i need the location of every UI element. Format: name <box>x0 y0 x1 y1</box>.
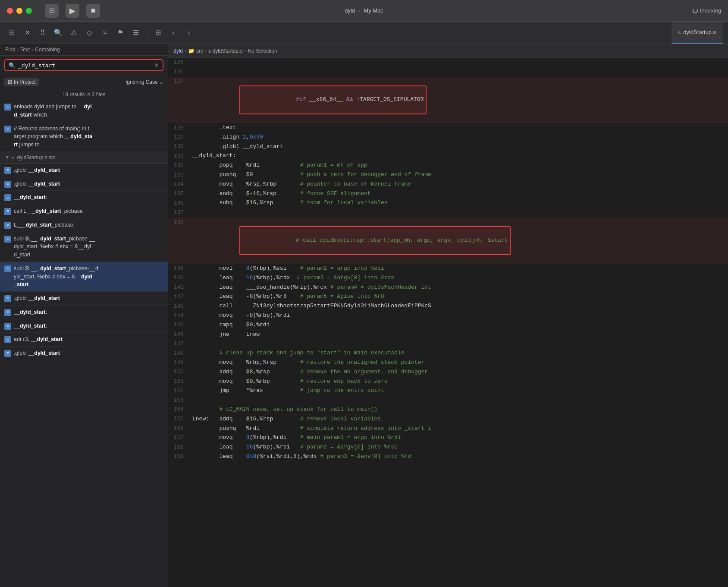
result-icon: ≡ <box>4 323 11 330</box>
clear-search-button[interactable]: ✕ <box>154 62 159 69</box>
list-item[interactable]: ≡ .globl __dyld_start <box>0 347 168 360</box>
stop-button[interactable]: ■ <box>86 4 100 18</box>
result-icon: ≡ <box>4 295 11 302</box>
minimize-button[interactable] <box>16 8 22 14</box>
list-item[interactable]: ≡ .globl __dyld_start <box>0 177 168 191</box>
case-button[interactable]: Ignoring Case ⌄ <box>126 79 163 85</box>
table-row: 132 popq %rdi # param1 = mh of app <box>168 161 728 170</box>
fullscreen-button[interactable] <box>26 8 32 14</box>
scheme-label: dyld <box>345 7 355 14</box>
grid-view-button[interactable]: ⊞ <box>151 26 164 39</box>
search-box: 🔍 ✕ <box>0 56 168 75</box>
list-item[interactable]: ≡ __dyld_start: <box>0 306 168 319</box>
table-row: 151 movq $0,%rbp # restore ebp back to z… <box>168 377 728 386</box>
table-row: 129 .align 2,0x90 <box>168 133 728 142</box>
destination-label: My Mac <box>364 7 383 14</box>
file-header-dyldstartup[interactable]: ▼ s dyldStartup.s src <box>0 152 168 164</box>
table-row: 143 call __ZN13dyldbootstrap5startEPKN5d… <box>168 302 728 311</box>
titlebar-center: dyld › My Mac <box>345 7 383 14</box>
disclosure-arrow: ▼ <box>5 155 9 160</box>
table-row: 150 addq $8,%rsp # remove the mh argumen… <box>168 367 728 377</box>
result-icon: ≡ <box>4 350 11 357</box>
folder-icon: 📁 <box>188 48 195 54</box>
indexing-status: Indexing <box>693 7 721 14</box>
list-item[interactable]: ≡ call L___dyld_start_picbase <box>0 205 168 218</box>
table-row: 136 subq $16,%rsp # room for local varia… <box>168 199 728 208</box>
search-input[interactable] <box>18 62 151 69</box>
results-list[interactable]: ≡ enloads dyld and jumps to __dyld_start… <box>0 100 168 587</box>
file-label: dyldStartup.s <box>213 48 243 54</box>
search-button[interactable]: 🔍 <box>52 26 65 39</box>
table-row: 131 __dyld_start: <box>168 151 728 161</box>
table-row: 145 cmpq $0,%rdi <box>168 320 728 330</box>
list-item[interactable]: ≡ __dyld_start: <box>0 319 168 333</box>
table-row: 137 <box>168 208 728 218</box>
result-icon: ≡ <box>4 194 11 201</box>
table-row: 138 # call dyldbootstrap::start(app_mh, … <box>168 218 728 264</box>
back-button[interactable]: ‹ <box>167 26 180 39</box>
list-item[interactable]: ≡ // Returns address of main() in target… <box>0 122 168 152</box>
results-count: 19 results in 3 files <box>0 89 168 100</box>
hide-navigator-button[interactable]: ⊟ <box>5 26 18 39</box>
sidebar: Find › Text › Containing 🔍 ✕ ⊞ In Projec… <box>0 44 168 587</box>
scope-button[interactable]: ⊞ In Project <box>4 78 39 86</box>
list-item[interactable]: ≡ .globl __dyld_start <box>0 164 168 177</box>
result-icon: ≡ <box>4 336 11 343</box>
table-row: 141 leaq ___dso_handle(%rip),%rcx # para… <box>168 283 728 292</box>
list-item[interactable]: ≡ .globl __dyld_start <box>0 292 168 306</box>
editor-pane: dyld › 📁 src › s dyldStartup.s › No Sele… <box>168 44 728 587</box>
forward-button[interactable]: › <box>182 26 195 39</box>
close-button[interactable] <box>7 8 13 14</box>
list-item[interactable]: ≡ adr r3, __dyld_start <box>0 333 168 347</box>
table-row: 139 movl 8(%rbp),%esi # param2 = argc in… <box>168 264 728 274</box>
code-table: 125 126 127 #if __x86_64__ && !TARGET_OS <box>168 58 728 461</box>
table-row: 156 pushq %rdi # simulate return address… <box>168 424 728 433</box>
scope-icon: ⊞ <box>8 79 12 85</box>
toolbar-separator <box>147 28 147 37</box>
warning-button[interactable]: ⚠ <box>67 26 80 39</box>
table-row: 149 movq %rbp,%rsp # restore the unalign… <box>168 358 728 368</box>
traffic-lights <box>7 8 32 14</box>
result-icon: ≡ <box>4 222 11 229</box>
result-icon: ≡ <box>4 208 11 215</box>
play-button[interactable]: ▶ <box>66 4 79 18</box>
tab-bar: s dyldStartup.s <box>672 22 723 44</box>
table-row: 157 movq 8(%rbp),%rdi # main param1 = ar… <box>168 433 728 443</box>
table-row: 155 Lnew: addq $16,%rsp # remove local v… <box>168 414 728 424</box>
tab-dyldstartup[interactable]: s dyldStartup.s <box>672 22 723 44</box>
titlebar-controls: ⊟ ▶ ■ <box>45 4 100 18</box>
table-row: 125 <box>168 58 728 67</box>
list-item[interactable]: ≡ L___dyld_start_picbase: <box>0 218 168 232</box>
table-row: 147 <box>168 339 728 349</box>
breakpoints-button[interactable]: ✕ <box>21 26 34 39</box>
bookmark-button[interactable]: ◇ <box>83 26 96 39</box>
table-row: 134 movq %rsp,%rbp # pointer to base of … <box>168 180 728 189</box>
table-row: 142 leaq -8(%rbp),%r8 # param5 = &glue i… <box>168 292 728 302</box>
folder-label: src <box>196 48 203 54</box>
search-input-wrapper: 🔍 ✕ <box>4 59 163 71</box>
list-item[interactable]: ≡ subl $L___dyld_start_picbase-__dyld_st… <box>0 262 168 292</box>
diff-button[interactable]: ≈ <box>98 26 111 39</box>
table-row: 140 leaq 16(%rbp),%rdx # param3 = &argv[… <box>168 273 728 283</box>
table-row: 153 <box>168 396 728 405</box>
result-icon: ≡ <box>4 167 11 174</box>
editor-content[interactable]: 125 126 127 #if __x86_64__ && !TARGET_OS <box>168 58 728 587</box>
filter-button[interactable]: ☰ <box>129 26 142 39</box>
result-icon: ≡ <box>4 236 11 243</box>
table-row: 135 andq $-16,%rsp # force SSE alignment <box>168 189 728 199</box>
list-item[interactable]: ≡ subl $L___dyld_start_picbase-__dyld_st… <box>0 232 168 262</box>
search-icon: 🔍 <box>9 62 16 69</box>
table-row: 144 movq -8(%rbp),%rdi <box>168 311 728 321</box>
sidebar-toggle-icon[interactable]: ⊟ <box>45 4 59 18</box>
list-item[interactable]: ≡ enloads dyld and jumps to __dyld_start… <box>0 100 168 122</box>
table-row: 126 <box>168 67 728 77</box>
table-row: 148 # clean up stack and jump to "start"… <box>168 349 728 358</box>
list-item[interactable]: ≡ __dyld_start: <box>0 191 168 205</box>
flag-button[interactable]: ⚑ <box>114 26 127 39</box>
table-row: 127 #if __x86_64__ && !TARGET_OS_SIMULAT… <box>168 77 728 123</box>
main-layout: Find › Text › Containing 🔍 ✕ ⊞ In Projec… <box>0 44 728 587</box>
table-row: 152 jmp *%rax # jump to the entry point <box>168 386 728 396</box>
scope-bar: ⊞ In Project Ignoring Case ⌄ <box>0 75 168 89</box>
result-icon: ≡ <box>4 265 11 272</box>
hierarchy-button[interactable]: ⠿ <box>36 26 49 39</box>
